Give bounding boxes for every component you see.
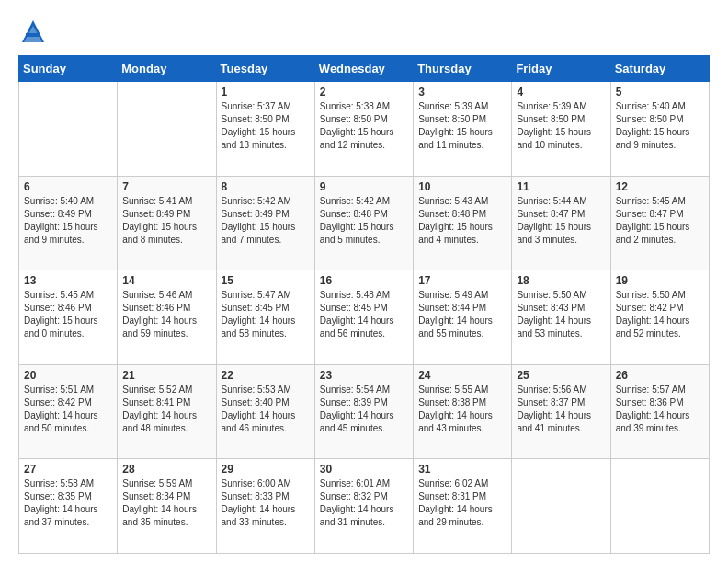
svg-rect-2 <box>26 33 40 37</box>
calendar-cell: 31Sunrise: 6:02 AM Sunset: 8:31 PM Dayli… <box>414 459 512 554</box>
day-info: Sunrise: 5:48 AM Sunset: 8:45 PM Dayligh… <box>320 289 408 340</box>
calendar-cell: 17Sunrise: 5:49 AM Sunset: 8:44 PM Dayli… <box>414 270 512 365</box>
calendar-cell: 26Sunrise: 5:57 AM Sunset: 8:36 PM Dayli… <box>610 364 709 459</box>
calendar-cell: 5Sunrise: 5:40 AM Sunset: 8:50 PM Daylig… <box>610 82 709 177</box>
day-info: Sunrise: 6:02 AM Sunset: 8:31 PM Dayligh… <box>418 477 506 529</box>
week-row-1: 1Sunrise: 5:37 AM Sunset: 8:50 PM Daylig… <box>19 82 710 177</box>
day-info: Sunrise: 5:50 AM Sunset: 8:43 PM Dayligh… <box>517 289 605 340</box>
calendar-cell: 2Sunrise: 5:38 AM Sunset: 8:50 PM Daylig… <box>314 82 413 177</box>
day-number: 25 <box>517 369 605 382</box>
calendar-cell: 10Sunrise: 5:43 AM Sunset: 8:48 PM Dayli… <box>414 176 512 270</box>
page: SundayMondayTuesdayWednesdayThursdayFrid… <box>0 0 728 563</box>
day-info: Sunrise: 5:39 AM Sunset: 8:50 PM Dayligh… <box>517 100 605 152</box>
day-number: 17 <box>418 274 506 287</box>
day-number: 13 <box>24 274 112 287</box>
calendar-table: SundayMondayTuesdayWednesdayThursdayFrid… <box>18 55 710 554</box>
day-number: 24 <box>418 369 506 382</box>
logo <box>18 17 51 46</box>
day-info: Sunrise: 5:40 AM Sunset: 8:49 PM Dayligh… <box>24 195 112 247</box>
day-info: Sunrise: 5:52 AM Sunset: 8:41 PM Dayligh… <box>122 384 210 435</box>
day-info: Sunrise: 5:54 AM Sunset: 8:39 PM Dayligh… <box>320 384 408 435</box>
calendar-cell: 8Sunrise: 5:42 AM Sunset: 8:49 PM Daylig… <box>216 176 314 270</box>
day-info: Sunrise: 5:40 AM Sunset: 8:50 PM Dayligh… <box>616 100 704 152</box>
calendar-cell: 21Sunrise: 5:52 AM Sunset: 8:41 PM Dayli… <box>118 364 216 459</box>
day-number: 16 <box>320 274 408 287</box>
calendar-cell <box>610 459 709 554</box>
weekday-header-row: SundayMondayTuesdayWednesdayThursdayFrid… <box>19 56 710 82</box>
day-info: Sunrise: 5:59 AM Sunset: 8:34 PM Dayligh… <box>122 477 210 529</box>
calendar-cell: 19Sunrise: 5:50 AM Sunset: 8:42 PM Dayli… <box>610 270 709 365</box>
weekday-header-saturday: Saturday <box>610 56 709 82</box>
day-number: 3 <box>418 86 506 98</box>
day-number: 8 <box>222 180 310 193</box>
calendar-cell: 23Sunrise: 5:54 AM Sunset: 8:39 PM Dayli… <box>314 364 413 459</box>
calendar-cell <box>118 82 216 177</box>
weekday-header-friday: Friday <box>512 56 610 82</box>
calendar-cell: 30Sunrise: 6:01 AM Sunset: 8:32 PM Dayli… <box>314 459 413 554</box>
day-number: 1 <box>222 86 310 98</box>
day-number: 6 <box>24 180 112 193</box>
calendar-cell: 24Sunrise: 5:55 AM Sunset: 8:38 PM Dayli… <box>414 364 512 459</box>
day-number: 28 <box>122 463 210 476</box>
week-row-4: 20Sunrise: 5:51 AM Sunset: 8:42 PM Dayli… <box>19 364 710 459</box>
day-info: Sunrise: 6:01 AM Sunset: 8:32 PM Dayligh… <box>320 477 408 529</box>
day-number: 5 <box>616 86 704 98</box>
calendar-cell: 25Sunrise: 5:56 AM Sunset: 8:37 PM Dayli… <box>512 364 610 459</box>
day-number: 2 <box>320 86 408 98</box>
day-number: 4 <box>517 86 605 98</box>
calendar-cell: 12Sunrise: 5:45 AM Sunset: 8:47 PM Dayli… <box>610 176 709 270</box>
day-number: 7 <box>122 180 210 193</box>
calendar-cell: 27Sunrise: 5:58 AM Sunset: 8:35 PM Dayli… <box>19 459 118 554</box>
day-info: Sunrise: 5:42 AM Sunset: 8:49 PM Dayligh… <box>222 195 310 247</box>
day-info: Sunrise: 5:49 AM Sunset: 8:44 PM Dayligh… <box>418 289 506 340</box>
weekday-header-tuesday: Tuesday <box>216 56 314 82</box>
weekday-header-thursday: Thursday <box>414 56 512 82</box>
day-info: Sunrise: 5:42 AM Sunset: 8:48 PM Dayligh… <box>320 195 408 247</box>
calendar-cell: 20Sunrise: 5:51 AM Sunset: 8:42 PM Dayli… <box>19 364 118 459</box>
day-number: 15 <box>222 274 310 287</box>
day-info: Sunrise: 5:41 AM Sunset: 8:49 PM Dayligh… <box>122 195 210 247</box>
calendar-cell: 15Sunrise: 5:47 AM Sunset: 8:45 PM Dayli… <box>216 270 314 365</box>
calendar-cell: 18Sunrise: 5:50 AM Sunset: 8:43 PM Dayli… <box>512 270 610 365</box>
day-number: 27 <box>24 463 112 476</box>
day-info: Sunrise: 5:55 AM Sunset: 8:38 PM Dayligh… <box>418 384 506 435</box>
day-number: 11 <box>517 180 605 193</box>
day-info: Sunrise: 5:46 AM Sunset: 8:46 PM Dayligh… <box>122 289 210 340</box>
calendar-cell: 4Sunrise: 5:39 AM Sunset: 8:50 PM Daylig… <box>512 82 610 177</box>
calendar-cell <box>512 459 610 554</box>
day-info: Sunrise: 6:00 AM Sunset: 8:33 PM Dayligh… <box>222 477 310 529</box>
calendar-cell: 9Sunrise: 5:42 AM Sunset: 8:48 PM Daylig… <box>314 176 413 270</box>
day-number: 12 <box>616 180 704 193</box>
calendar-cell: 29Sunrise: 6:00 AM Sunset: 8:33 PM Dayli… <box>216 459 314 554</box>
day-info: Sunrise: 5:50 AM Sunset: 8:42 PM Dayligh… <box>616 289 704 340</box>
day-info: Sunrise: 5:38 AM Sunset: 8:50 PM Dayligh… <box>320 100 408 152</box>
day-number: 31 <box>418 463 506 476</box>
day-info: Sunrise: 5:45 AM Sunset: 8:46 PM Dayligh… <box>24 289 112 340</box>
day-number: 23 <box>320 369 408 382</box>
calendar-cell: 14Sunrise: 5:46 AM Sunset: 8:46 PM Dayli… <box>118 270 216 365</box>
weekday-header-wednesday: Wednesday <box>314 56 413 82</box>
calendar-cell <box>19 82 118 177</box>
calendar-cell: 7Sunrise: 5:41 AM Sunset: 8:49 PM Daylig… <box>118 176 216 270</box>
week-row-5: 27Sunrise: 5:58 AM Sunset: 8:35 PM Dayli… <box>19 459 710 554</box>
day-info: Sunrise: 5:37 AM Sunset: 8:50 PM Dayligh… <box>222 100 310 152</box>
calendar-cell: 3Sunrise: 5:39 AM Sunset: 8:50 PM Daylig… <box>414 82 512 177</box>
calendar-cell: 6Sunrise: 5:40 AM Sunset: 8:49 PM Daylig… <box>19 176 118 270</box>
weekday-header-monday: Monday <box>118 56 216 82</box>
day-number: 18 <box>517 274 605 287</box>
day-info: Sunrise: 5:56 AM Sunset: 8:37 PM Dayligh… <box>517 384 605 435</box>
day-info: Sunrise: 5:53 AM Sunset: 8:40 PM Dayligh… <box>222 384 310 435</box>
day-number: 30 <box>320 463 408 476</box>
day-number: 14 <box>122 274 210 287</box>
day-number: 20 <box>24 369 112 382</box>
day-number: 29 <box>222 463 310 476</box>
week-row-2: 6Sunrise: 5:40 AM Sunset: 8:49 PM Daylig… <box>19 176 710 270</box>
day-info: Sunrise: 5:44 AM Sunset: 8:47 PM Dayligh… <box>517 195 605 247</box>
day-info: Sunrise: 5:58 AM Sunset: 8:35 PM Dayligh… <box>24 477 112 529</box>
day-info: Sunrise: 5:47 AM Sunset: 8:45 PM Dayligh… <box>222 289 310 340</box>
logo-icon <box>18 17 48 46</box>
day-info: Sunrise: 5:45 AM Sunset: 8:47 PM Dayligh… <box>616 195 704 247</box>
calendar-cell: 16Sunrise: 5:48 AM Sunset: 8:45 PM Dayli… <box>314 270 413 365</box>
header <box>18 17 710 46</box>
day-number: 19 <box>616 274 704 287</box>
